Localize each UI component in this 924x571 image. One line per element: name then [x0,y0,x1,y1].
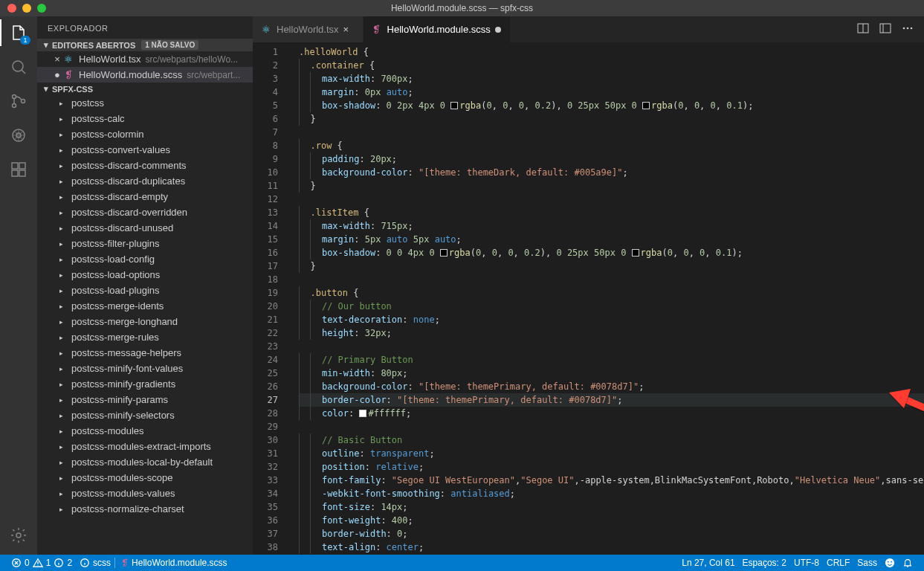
chevron-right-icon: ▸ [59,146,67,154]
folder-item[interactable]: ▸postcss-normalize-charset [37,501,253,517]
folder-item[interactable]: ▸postcss-modules-extract-imports [37,439,253,454]
folder-item[interactable]: ▸postcss-discard-duplicates [37,173,253,189]
chevron-right-icon: ▸ [59,178,67,185]
folder-item[interactable]: ▸postcss-load-options [37,267,253,283]
folder-item[interactable]: ▸postcss-discard-overridden [37,204,253,220]
folder-name: postcss-discard-comments [71,160,187,171]
folder-name: postcss-merge-idents [71,300,164,312]
status-bell[interactable] [899,558,917,568]
layout-icon[interactable] [879,22,891,36]
folder-item[interactable]: ▸postcss-convert-values [37,142,253,158]
svg-point-3 [22,100,25,103]
folder-name: postcss-minify-params [71,394,168,405]
editor-tab[interactable]: ❡HelloWorld.module.scss [364,16,511,42]
status-language[interactable]: Sass [853,558,881,568]
folder-item[interactable]: ▸postcss-discard-comments [37,158,253,173]
status-problems[interactable]: 0 1 2 [7,558,76,568]
folder-item[interactable]: ▸postcss-merge-rules [37,329,253,345]
chevron-right-icon: ▸ [59,443,67,451]
svg-point-0 [13,61,23,71]
folder-item[interactable]: ▸postcss-load-config [37,251,253,267]
folder-item[interactable]: ▸postcss-modules-values [37,485,253,501]
status-feedback[interactable] [881,558,899,568]
tab-label: HelloWorld.tsx [277,24,339,35]
folder-name: postcss-filter-plugins [71,238,160,249]
status-indent[interactable]: Espaços: 2 [739,558,790,568]
status-cursor[interactable]: Ln 27, Col 61 [678,558,738,568]
folder-item[interactable]: ▸postcss-calc [37,111,253,126]
folder-item[interactable]: ▸postcss-minify-font-values [37,361,253,376]
folder-item[interactable]: ▸postcss-discard-unused [37,220,253,236]
chevron-right-icon: ▸ [59,490,67,497]
project-header[interactable]: ▾ SPFX-CSS [37,83,253,95]
window-minimize-button[interactable] [22,4,31,13]
folder-item[interactable]: ▸postcss-minify-selectors [37,407,253,423]
chevron-right-icon: ▸ [59,209,67,216]
file-name: HelloWorld.module.scss [79,69,182,80]
folder-item[interactable]: ▸postcss-message-helpers [37,345,253,361]
activity-debug[interactable] [8,125,29,146]
code-editor[interactable]: 1234567891011121314151617181920212223242… [253,42,924,555]
editor-tab[interactable]: ⚛HelloWorld.tsx× [253,16,364,42]
svg-point-19 [885,558,894,567]
status-file[interactable]: ❡ HelloWorld.module.scss [114,558,231,568]
chevron-right-icon: ▸ [59,240,67,248]
window-close-button[interactable] [7,4,16,13]
chevron-right-icon: ▸ [59,396,67,404]
status-encoding[interactable]: UTF-8 [790,558,823,568]
svg-point-13 [903,28,905,30]
folder-name: postcss-modules-values [71,488,175,499]
chevron-right-icon: ▸ [59,365,67,372]
chevron-down-icon: ▾ [42,40,51,50]
open-editors-header[interactable]: ▾ EDITORES ABERTOS 1 NÃO SALVO [37,39,253,51]
react-icon: ⚛ [64,54,73,65]
split-editor-icon[interactable] [857,22,869,36]
open-editor-item[interactable]: ●❡HelloWorld.module.scsssrc/webpart... [37,67,253,83]
chevron-right-icon: ▸ [59,412,67,419]
folder-item[interactable]: ▸postcss-colormin [37,126,253,142]
activity-bar: 1 [0,16,37,555]
folder-item[interactable]: ▸postcss-minify-params [37,392,253,407]
folder-item[interactable]: ▸postcss [37,95,253,111]
chevron-right-icon: ▸ [59,506,67,513]
activity-extensions[interactable] [8,159,29,180]
window-maximize-button[interactable] [37,4,46,13]
status-eol[interactable]: CRLF [823,558,853,568]
close-icon[interactable]: × [52,54,62,65]
window-title: HelloWorld.module.scss — spfx-css [391,3,533,13]
close-icon[interactable]: × [343,24,354,35]
folder-item[interactable]: ▸postcss-load-plugins [37,283,253,298]
folder-item[interactable]: ▸postcss-modules-local-by-default [37,454,253,470]
svg-rect-6 [12,163,18,169]
open-editor-item[interactable]: ×⚛HelloWorld.tsxsrc/webparts/helloWo... [37,51,253,67]
folder-item[interactable]: ▸postcss-merge-idents [37,298,253,314]
folder-item[interactable]: ▸postcss-merge-longhand [37,314,253,329]
chevron-right-icon: ▸ [59,162,67,170]
folder-item[interactable]: ▸postcss-minify-gradients [37,376,253,392]
open-editors-list: ×⚛HelloWorld.tsxsrc/webparts/helloWo...●… [37,51,253,83]
activity-explorer[interactable]: 1 [8,22,29,43]
folder-item[interactable]: ▸postcss-discard-empty [37,189,253,204]
folder-name: postcss-discard-unused [71,222,173,233]
folder-name: postcss-discard-empty [71,191,168,202]
folder-name: postcss-colormin [71,129,144,140]
status-scss[interactable]: scss [76,558,114,568]
chevron-right-icon: ▸ [59,303,67,310]
folder-item[interactable]: ▸postcss-modules-scope [37,470,253,485]
activity-search[interactable] [8,57,29,77]
folder-name: postcss-discard-overridden [71,207,187,218]
svg-point-2 [13,104,16,108]
more-icon[interactable] [902,22,914,36]
code-content[interactable]: .helloWorld { .container { max-width: 70… [288,42,924,555]
svg-rect-9 [19,163,25,169]
file-path: src/webpart... [187,70,240,80]
folder-name: postcss-modules-extract-imports [71,441,211,452]
folder-item[interactable]: ▸postcss-modules [37,423,253,439]
chevron-right-icon: ▸ [59,256,67,263]
activity-source-control[interactable] [8,91,29,112]
svg-point-15 [911,28,913,30]
unsaved-badge: 1 NÃO SALVO [141,40,198,50]
activity-settings[interactable] [8,525,29,546]
react-icon: ⚛ [262,24,271,35]
folder-item[interactable]: ▸postcss-filter-plugins [37,236,253,251]
